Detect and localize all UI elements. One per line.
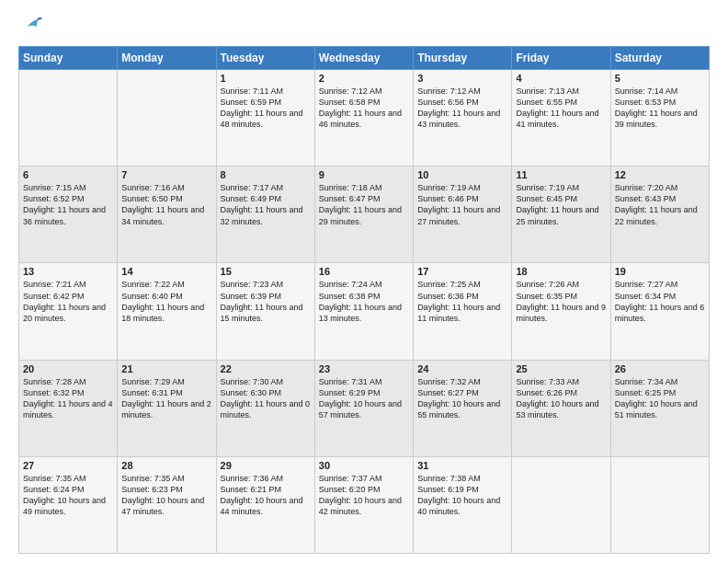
day-number: 2	[319, 73, 409, 84]
cell-content: Sunrise: 7:32 AM Sunset: 6:27 PM Dayligh…	[417, 376, 507, 421]
day-number: 16	[319, 266, 409, 277]
logo-bird-icon	[22, 15, 42, 39]
calendar-cell: 17Sunrise: 7:25 AM Sunset: 6:36 PM Dayli…	[414, 263, 512, 360]
calendar-cell: 14Sunrise: 7:22 AM Sunset: 6:40 PM Dayli…	[118, 263, 216, 360]
col-header-sunday: Sunday	[19, 47, 118, 70]
calendar-cell	[19, 70, 118, 167]
cell-content: Sunrise: 7:27 AM Sunset: 6:34 PM Dayligh…	[615, 279, 705, 324]
cell-content: Sunrise: 7:19 AM Sunset: 6:45 PM Dayligh…	[516, 182, 606, 227]
day-number: 13	[23, 266, 113, 277]
day-number: 28	[121, 460, 211, 471]
day-number: 15	[221, 266, 311, 277]
cell-content: Sunrise: 7:26 AM Sunset: 6:35 PM Dayligh…	[516, 279, 606, 324]
header-row: SundayMondayTuesdayWednesdayThursdayFrid…	[19, 47, 710, 70]
day-number: 20	[23, 363, 113, 374]
calendar-cell: 21Sunrise: 7:29 AM Sunset: 6:31 PM Dayli…	[118, 360, 216, 456]
page: SundayMondayTuesdayWednesdayThursdayFrid…	[0, 0, 728, 563]
calendar-cell: 26Sunrise: 7:34 AM Sunset: 6:25 PM Dayli…	[610, 360, 709, 456]
day-number: 29	[221, 460, 311, 471]
cell-content: Sunrise: 7:29 AM Sunset: 6:31 PM Dayligh…	[121, 376, 211, 421]
day-number: 21	[121, 363, 211, 374]
cell-content: Sunrise: 7:23 AM Sunset: 6:39 PM Dayligh…	[221, 279, 311, 324]
calendar-cell: 15Sunrise: 7:23 AM Sunset: 6:39 PM Dayli…	[216, 263, 314, 360]
cell-content: Sunrise: 7:14 AM Sunset: 6:53 PM Dayligh…	[615, 86, 705, 131]
calendar-cell: 27Sunrise: 7:35 AM Sunset: 6:24 PM Dayli…	[19, 456, 118, 553]
calendar-cell	[610, 456, 709, 553]
header	[18, 15, 710, 39]
cell-content: Sunrise: 7:16 AM Sunset: 6:50 PM Dayligh…	[121, 182, 211, 227]
col-header-tuesday: Tuesday	[216, 47, 314, 70]
day-number: 27	[23, 460, 113, 471]
calendar-cell: 8Sunrise: 7:17 AM Sunset: 6:49 PM Daylig…	[216, 167, 314, 263]
calendar-cell: 25Sunrise: 7:33 AM Sunset: 6:26 PM Dayli…	[512, 360, 610, 456]
cell-content: Sunrise: 7:35 AM Sunset: 6:24 PM Dayligh…	[23, 473, 113, 518]
cell-content: Sunrise: 7:18 AM Sunset: 6:47 PM Dayligh…	[319, 182, 409, 227]
calendar-cell: 29Sunrise: 7:36 AM Sunset: 6:21 PM Dayli…	[216, 456, 314, 553]
day-number: 22	[221, 363, 311, 374]
calendar-cell: 5Sunrise: 7:14 AM Sunset: 6:53 PM Daylig…	[610, 70, 709, 167]
calendar-cell: 1Sunrise: 7:11 AM Sunset: 6:59 PM Daylig…	[216, 70, 314, 167]
col-header-saturday: Saturday	[610, 47, 709, 70]
cell-content: Sunrise: 7:30 AM Sunset: 6:30 PM Dayligh…	[221, 376, 311, 421]
calendar-table: SundayMondayTuesdayWednesdayThursdayFrid…	[18, 46, 710, 554]
cell-content: Sunrise: 7:21 AM Sunset: 6:42 PM Dayligh…	[23, 279, 113, 324]
day-number: 30	[319, 460, 409, 471]
day-number: 9	[319, 169, 409, 180]
cell-content: Sunrise: 7:35 AM Sunset: 6:23 PM Dayligh…	[121, 473, 211, 518]
logo	[18, 15, 42, 39]
day-number: 11	[516, 169, 606, 180]
calendar-cell: 12Sunrise: 7:20 AM Sunset: 6:43 PM Dayli…	[610, 167, 709, 263]
col-header-thursday: Thursday	[414, 47, 512, 70]
day-number: 1	[221, 73, 311, 84]
cell-content: Sunrise: 7:28 AM Sunset: 6:32 PM Dayligh…	[23, 376, 113, 421]
day-number: 5	[615, 73, 705, 84]
day-number: 4	[516, 73, 606, 84]
cell-content: Sunrise: 7:34 AM Sunset: 6:25 PM Dayligh…	[615, 376, 705, 421]
calendar-cell: 3Sunrise: 7:12 AM Sunset: 6:56 PM Daylig…	[414, 70, 512, 167]
day-number: 24	[417, 363, 507, 374]
cell-content: Sunrise: 7:33 AM Sunset: 6:26 PM Dayligh…	[516, 376, 606, 421]
calendar-cell: 18Sunrise: 7:26 AM Sunset: 6:35 PM Dayli…	[512, 263, 610, 360]
calendar-cell: 23Sunrise: 7:31 AM Sunset: 6:29 PM Dayli…	[314, 360, 413, 456]
day-number: 3	[417, 73, 507, 84]
calendar-cell: 22Sunrise: 7:30 AM Sunset: 6:30 PM Dayli…	[216, 360, 314, 456]
day-number: 7	[121, 169, 211, 180]
day-number: 19	[615, 266, 705, 277]
cell-content: Sunrise: 7:37 AM Sunset: 6:20 PM Dayligh…	[319, 473, 409, 518]
calendar-cell: 6Sunrise: 7:15 AM Sunset: 6:52 PM Daylig…	[19, 167, 118, 263]
cell-content: Sunrise: 7:13 AM Sunset: 6:55 PM Dayligh…	[516, 86, 606, 131]
cell-content: Sunrise: 7:38 AM Sunset: 6:19 PM Dayligh…	[417, 473, 507, 518]
day-number: 26	[615, 363, 705, 374]
calendar-cell: 11Sunrise: 7:19 AM Sunset: 6:45 PM Dayli…	[512, 167, 610, 263]
cell-content: Sunrise: 7:24 AM Sunset: 6:38 PM Dayligh…	[319, 279, 409, 324]
day-number: 17	[417, 266, 507, 277]
week-row-3: 13Sunrise: 7:21 AM Sunset: 6:42 PM Dayli…	[19, 263, 710, 360]
day-number: 10	[417, 169, 507, 180]
calendar-cell: 16Sunrise: 7:24 AM Sunset: 6:38 PM Dayli…	[314, 263, 413, 360]
calendar-cell	[512, 456, 610, 553]
day-number: 6	[23, 169, 113, 180]
day-number: 14	[121, 266, 211, 277]
calendar-cell	[118, 70, 216, 167]
calendar-cell: 2Sunrise: 7:12 AM Sunset: 6:58 PM Daylig…	[314, 70, 413, 167]
day-number: 23	[319, 363, 409, 374]
calendar-cell: 31Sunrise: 7:38 AM Sunset: 6:19 PM Dayli…	[414, 456, 512, 553]
day-number: 31	[417, 460, 507, 471]
calendar-cell: 28Sunrise: 7:35 AM Sunset: 6:23 PM Dayli…	[118, 456, 216, 553]
calendar-cell: 10Sunrise: 7:19 AM Sunset: 6:46 PM Dayli…	[414, 167, 512, 263]
col-header-wednesday: Wednesday	[314, 47, 413, 70]
calendar-cell: 20Sunrise: 7:28 AM Sunset: 6:32 PM Dayli…	[19, 360, 118, 456]
cell-content: Sunrise: 7:31 AM Sunset: 6:29 PM Dayligh…	[319, 376, 409, 421]
calendar-cell: 7Sunrise: 7:16 AM Sunset: 6:50 PM Daylig…	[118, 167, 216, 263]
week-row-5: 27Sunrise: 7:35 AM Sunset: 6:24 PM Dayli…	[19, 456, 710, 553]
day-number: 12	[615, 169, 705, 180]
cell-content: Sunrise: 7:22 AM Sunset: 6:40 PM Dayligh…	[121, 279, 211, 324]
week-row-4: 20Sunrise: 7:28 AM Sunset: 6:32 PM Dayli…	[19, 360, 710, 456]
cell-content: Sunrise: 7:25 AM Sunset: 6:36 PM Dayligh…	[417, 279, 507, 324]
cell-content: Sunrise: 7:17 AM Sunset: 6:49 PM Dayligh…	[221, 182, 311, 227]
cell-content: Sunrise: 7:19 AM Sunset: 6:46 PM Dayligh…	[417, 182, 507, 227]
col-header-monday: Monday	[118, 47, 216, 70]
calendar-cell: 30Sunrise: 7:37 AM Sunset: 6:20 PM Dayli…	[314, 456, 413, 553]
cell-content: Sunrise: 7:20 AM Sunset: 6:43 PM Dayligh…	[615, 182, 705, 227]
calendar-cell: 24Sunrise: 7:32 AM Sunset: 6:27 PM Dayli…	[414, 360, 512, 456]
